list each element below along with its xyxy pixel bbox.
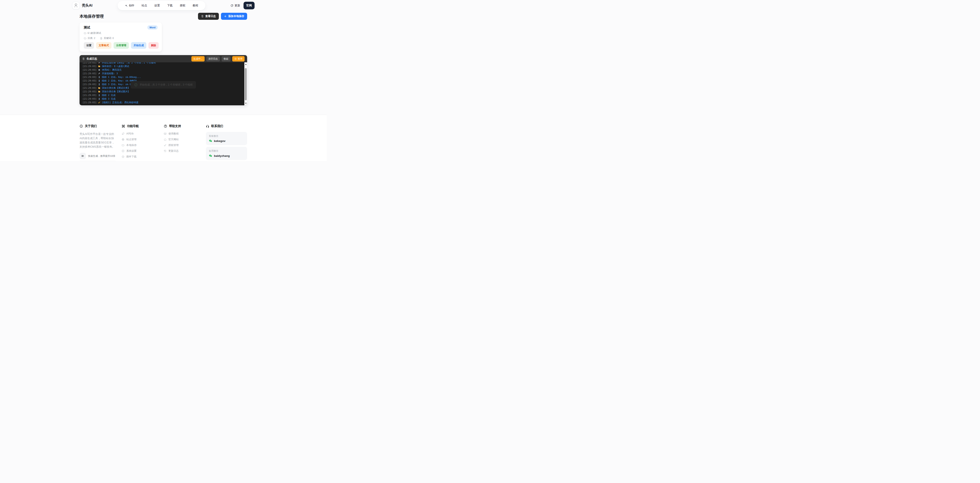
save-stats-row: 分类: 2 关键词: 0: [84, 37, 158, 40]
footer-grid: 关于我们 秃头AI写作平台是一款专业的AI内容生成工具，帮助站长快速批量生成高质…: [80, 124, 247, 161]
footer-link-插件下载[interactable]: 插件下载: [122, 155, 158, 158]
features-nav-heading: 功能导航: [122, 124, 158, 128]
log-scrollbar[interactable]: [244, 62, 247, 105]
top-bar: 秃头AI 创作站点设置下载授权教程 更新 官网: [0, 0, 327, 11]
file-icon: [100, 37, 102, 40]
save-card-actions: 设置文章格式分类管理开始生成删除: [84, 42, 158, 49]
sparkle-icon: [125, 4, 127, 7]
log-message: 使用AI: 腾讯混元: [102, 68, 122, 72]
about-features: 快速生成，效率提升10倍原创内容，通过AI检测专业客服，快速响应: [80, 151, 116, 161]
thread-icon: [98, 80, 100, 82]
log-line: [21:29:03]保存路径: E:\桌面\测试: [83, 64, 244, 68]
home-icon: [164, 138, 167, 141]
nav-item-授权[interactable]: 授权: [180, 4, 185, 8]
log-timestamp: [21:29:03]: [83, 68, 97, 72]
log-message: 保存路径: E:\桌面\测试: [102, 64, 129, 68]
footer-link-本地保存[interactable]: 本地保存: [122, 143, 158, 147]
pause-button[interactable]: 暂停: [232, 56, 245, 62]
scroll-up-arrow-icon[interactable]: [245, 64, 247, 65]
footer-link-使用教程[interactable]: 使用教程: [164, 132, 200, 135]
update-label: 更新: [235, 4, 240, 8]
key-icon: [98, 101, 100, 104]
footer-link-授权管理[interactable]: 授权管理: [164, 143, 200, 147]
feature-item: 快速生成，效率提升10倍: [80, 151, 116, 161]
footer-link-系统设置[interactable]: 系统设置: [122, 149, 158, 153]
footer-link-更新日志[interactable]: 更新日志: [164, 149, 200, 153]
nav-item-label: 设置: [154, 4, 160, 8]
footer: 关于我们 秃头AI写作平台是一款专业的AI内容生成工具，帮助站长快速批量生成高质…: [0, 115, 327, 161]
view-log-button[interactable]: 查看日志: [198, 13, 219, 20]
help-heading: 帮助支持: [164, 124, 200, 128]
footer-contact-column: 联系我们 客服微信kekegov备用微信baldyzhang 工作时间：周一至周…: [206, 124, 247, 161]
thread-icon: [98, 94, 100, 96]
contact-card-value: kekegov: [209, 139, 244, 143]
wechat-icon: [209, 154, 212, 158]
footer-link-站点管理[interactable]: 站点管理: [122, 138, 158, 141]
footer-link-label: 版本更新: [126, 161, 137, 161]
folder-outline-icon: [122, 144, 124, 147]
nav-item-下载[interactable]: 下载: [167, 4, 173, 8]
official-site-button[interactable]: 官网: [243, 2, 255, 10]
log-timestamp: [21:29:03]: [83, 75, 97, 79]
log-line: [21:29:03]使用AI: 腾讯混元: [83, 68, 244, 72]
brand: 秃头AI: [72, 2, 92, 10]
category-button[interactable]: 分类管理: [114, 42, 129, 49]
footer-about-column: 关于我们 秃头AI写作平台是一款专业的AI内容生成工具，帮助站长快速批量生成高质…: [80, 124, 116, 161]
nav-item-站点[interactable]: 站点: [142, 4, 147, 8]
log-message: 添加分类任务【测试分类】: [102, 86, 130, 90]
about-heading: 关于我们: [80, 124, 116, 128]
scroll-down-arrow-icon[interactable]: [245, 103, 247, 104]
save-path-row: E:\桌面\测试: [84, 32, 158, 35]
main-nav: 创作站点设置下载授权教程: [118, 1, 205, 10]
log-header: 生成日志 生成中... 清空日志 收起 暂停: [80, 55, 247, 62]
log-line: [21:29:03]添加分类任务【测试图片】: [83, 90, 244, 93]
nav-item-设置[interactable]: 设置: [154, 4, 160, 8]
category-count-label: 分类: 2: [88, 37, 95, 40]
nav-item-教程[interactable]: 教程: [192, 4, 198, 8]
collapse-log-button[interactable]: 收起: [222, 56, 231, 62]
scrollbar-thumb[interactable]: [245, 68, 247, 100]
log-scroll-icon: [201, 15, 204, 18]
footer-link-官方网站[interactable]: 官方网站: [164, 138, 200, 141]
contact-card: 客服微信kekegov: [206, 132, 247, 145]
save-card-header: 测试 Word: [84, 26, 158, 30]
globe-icon: [122, 138, 124, 141]
footer-link-label: 站点管理: [126, 138, 137, 141]
nav-item-创作[interactable]: 创作: [125, 4, 134, 8]
contact-card-label: 客服微信: [209, 134, 244, 138]
footer-link-AI写作[interactable]: AI写作: [122, 132, 158, 135]
folder-icon: [98, 65, 100, 67]
app-title: 秃头AI: [82, 3, 92, 8]
nav-item-label: 创作: [129, 4, 134, 8]
pause-label: 暂停: [238, 57, 242, 61]
feature-icon-box: [80, 153, 86, 159]
update-link[interactable]: 更新: [231, 4, 240, 8]
settings-button[interactable]: 设置: [84, 42, 94, 49]
log-timestamp: [21:29:03]: [83, 62, 97, 64]
info-circle-icon: [80, 124, 83, 128]
clear-log-button[interactable]: 清空日志: [206, 56, 220, 62]
footer-link-版本更新[interactable]: 版本更新: [122, 161, 158, 161]
command-icon: [122, 124, 125, 128]
thread-icon: [98, 98, 100, 100]
nav-item-label: 下载: [167, 4, 173, 8]
contact-heading: 联系我们: [206, 124, 247, 128]
log-controls: 生成中... 清空日志 收起 暂停: [191, 56, 245, 62]
delete-button[interactable]: 删除: [148, 42, 159, 49]
generating-status-button[interactable]: 生成中...: [191, 56, 205, 62]
log-title: 生成日志: [87, 57, 97, 61]
page-title: 本地保存管理: [80, 14, 104, 19]
log-message: 线程 3 完成: [102, 97, 116, 100]
format-badge: Word: [147, 26, 158, 30]
feature-text: 快速生成，效率提升10倍: [88, 155, 115, 158]
bald-avatar-icon: [73, 3, 79, 8]
help-title: 帮助支持: [169, 124, 181, 128]
log-line: [21:29:03]线程 1 启动, Key: sk-KHoeg...: [83, 75, 244, 79]
add-local-save-button[interactable]: 添加本地保存: [221, 13, 247, 20]
format-button[interactable]: 文章格式: [96, 42, 111, 49]
wechat-icon: [209, 139, 212, 143]
keyword-count: 关键词: 0: [100, 37, 114, 40]
app-logo[interactable]: [72, 2, 80, 10]
contact-title: 联系我们: [211, 124, 223, 128]
generate-button[interactable]: 开始生成: [131, 42, 146, 49]
